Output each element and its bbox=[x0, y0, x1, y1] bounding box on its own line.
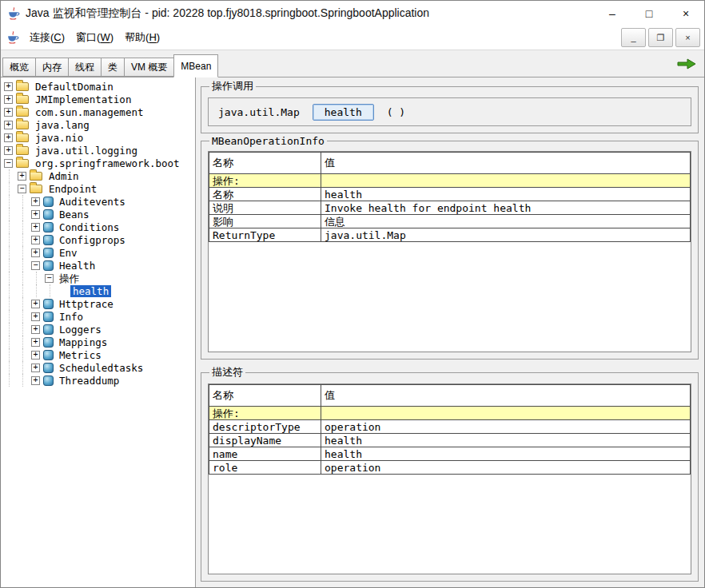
tree-node-scheduledtasks[interactable]: +Scheduledtasks bbox=[2, 361, 195, 374]
column-header[interactable]: 值 bbox=[321, 153, 691, 174]
tree-indent-guide bbox=[16, 361, 30, 374]
expand-icon[interactable]: + bbox=[4, 146, 13, 155]
close-button[interactable]: × bbox=[667, 1, 704, 26]
tree-node-health-operation[interactable]: health bbox=[2, 284, 195, 297]
tree-node-loggers[interactable]: +Loggers bbox=[2, 323, 195, 336]
tree-node-org-springframework-boot[interactable]: −org.springframework.boot bbox=[2, 157, 195, 169]
menu-connection[interactable]: 连接(C) bbox=[24, 27, 70, 48]
cell-value: health bbox=[321, 188, 691, 201]
tree-node-label: Metrics bbox=[57, 349, 104, 361]
tree-node-label: java.lang bbox=[33, 119, 92, 131]
tree-indent-guide bbox=[2, 374, 16, 387]
tree-node-auditevents[interactable]: +Auditevents bbox=[2, 195, 195, 208]
expand-icon[interactable]: + bbox=[18, 172, 26, 181]
tree-node-env[interactable]: +Env bbox=[2, 246, 195, 259]
expand-icon[interactable]: + bbox=[31, 197, 40, 206]
tree-indent-guide bbox=[2, 323, 16, 336]
frame-close-button[interactable]: × bbox=[675, 28, 700, 47]
expand-icon[interactable]: + bbox=[31, 210, 40, 219]
tree-node-admin[interactable]: +Admin bbox=[2, 169, 195, 182]
table-row[interactable]: 影响信息 bbox=[209, 215, 691, 228]
expand-icon[interactable]: + bbox=[4, 121, 13, 129]
table-row[interactable]: roleoperation bbox=[209, 461, 691, 475]
column-header[interactable]: 值 bbox=[321, 385, 691, 407]
tree-node-jmimplementation[interactable]: +JMImplementation bbox=[2, 93, 195, 105]
table-row[interactable]: descriptorTypeoperation bbox=[209, 420, 691, 434]
expand-icon[interactable]: + bbox=[31, 223, 40, 232]
tab-classes[interactable]: 类 bbox=[101, 58, 125, 77]
expand-icon[interactable]: + bbox=[31, 351, 40, 360]
frame-minimize-button[interactable]: _ bbox=[621, 28, 646, 47]
expand-icon[interactable]: + bbox=[4, 133, 13, 142]
window-title: Java 监视和管理控制台 - pid: 20228 top.fjy8018.s… bbox=[26, 6, 429, 21]
tree-node-health[interactable]: −Health bbox=[2, 259, 195, 272]
expand-icon[interactable]: + bbox=[31, 300, 40, 308]
cell-name: role bbox=[209, 461, 321, 475]
tree-node-configprops[interactable]: +Configprops bbox=[2, 233, 195, 246]
tree-node-java-util-logging[interactable]: +java.util.logging bbox=[2, 144, 195, 157]
operation-invoke-section: 操作调用 java.util.Map health ( ) bbox=[201, 79, 699, 133]
expand-icon[interactable]: + bbox=[31, 236, 40, 244]
group-row[interactable]: 操作: bbox=[209, 407, 691, 420]
tab-mbean[interactable]: MBean bbox=[173, 54, 218, 77]
table-row[interactable]: ReturnTypejava.util.Map bbox=[209, 228, 691, 242]
tree-node-label: Loggers bbox=[57, 324, 104, 336]
tree-node-java-nio[interactable]: +java.nio bbox=[2, 131, 195, 144]
expand-icon[interactable]: + bbox=[31, 325, 40, 334]
mbean-tree: +DefaultDomain+JMImplementation+com.sun.… bbox=[1, 77, 196, 587]
tab-threads[interactable]: 线程 bbox=[68, 58, 102, 77]
expand-icon[interactable]: + bbox=[31, 248, 40, 257]
tree-indent-guide bbox=[2, 310, 16, 323]
table-row[interactable]: 说明Invoke health for endpoint health bbox=[209, 201, 691, 215]
folder-icon bbox=[30, 172, 42, 181]
tree-indent-guide bbox=[16, 208, 30, 220]
tree-indent-guide bbox=[2, 348, 16, 361]
tree-node-label: org.springframework.boot bbox=[33, 157, 182, 169]
invoke-health-button[interactable]: health bbox=[313, 104, 374, 121]
tab-vm-summary[interactable]: VM 概要 bbox=[124, 58, 174, 77]
tree-node-default-domain[interactable]: +DefaultDomain bbox=[2, 80, 195, 93]
group-cell-empty bbox=[321, 407, 691, 420]
tree-node-com-sun-management[interactable]: +com.sun.management bbox=[2, 105, 195, 118]
tree-node-conditions[interactable]: +Conditions bbox=[2, 220, 195, 233]
expand-icon[interactable]: + bbox=[4, 82, 13, 91]
collapse-icon[interactable]: − bbox=[31, 261, 40, 270]
tree-node-endpoint[interactable]: −Endpoint bbox=[2, 182, 195, 195]
cell-value: java.util.Map bbox=[321, 228, 691, 242]
tab-overview[interactable]: 概览 bbox=[2, 58, 36, 77]
expand-icon[interactable]: + bbox=[31, 312, 40, 321]
menu-window[interactable]: 窗口(W) bbox=[70, 27, 119, 48]
tree-node-threaddump[interactable]: +Threaddump bbox=[2, 374, 195, 387]
collapse-icon[interactable]: − bbox=[4, 159, 13, 168]
collapse-icon[interactable]: − bbox=[18, 185, 26, 193]
maximize-button[interactable]: □ bbox=[631, 1, 667, 26]
expand-icon[interactable]: + bbox=[31, 376, 40, 385]
table-row[interactable]: namehealth bbox=[209, 447, 691, 461]
table-row[interactable]: displayNamehealth bbox=[209, 434, 691, 447]
expand-icon[interactable]: + bbox=[31, 338, 40, 347]
frame-restore-button[interactable]: ❐ bbox=[648, 28, 673, 47]
tree-node-info[interactable]: +Info bbox=[2, 310, 195, 323]
table-row[interactable]: 名称health bbox=[209, 188, 691, 201]
column-header[interactable]: 名称 bbox=[209, 153, 321, 174]
tree-node-label: Auditevents bbox=[57, 196, 128, 208]
tree-node-mappings[interactable]: +Mappings bbox=[2, 336, 195, 348]
menu-help[interactable]: 帮助(H) bbox=[119, 27, 165, 48]
expand-icon[interactable]: + bbox=[4, 95, 13, 104]
collapse-icon[interactable]: − bbox=[45, 274, 54, 283]
tree-indent-guide bbox=[16, 374, 30, 387]
expand-icon[interactable]: + bbox=[31, 364, 40, 372]
minimize-button[interactable]: – bbox=[594, 1, 631, 26]
tree-node-operations[interactable]: −操作 bbox=[2, 272, 195, 284]
tree-node-beans[interactable]: +Beans bbox=[2, 208, 195, 220]
column-header[interactable]: 名称 bbox=[209, 385, 321, 407]
group-row[interactable]: 操作: bbox=[209, 174, 691, 188]
tree-indent-guide bbox=[16, 220, 30, 233]
expand-icon[interactable]: + bbox=[4, 108, 13, 117]
tab-memory[interactable]: 内存 bbox=[35, 58, 69, 77]
tree-node-label: Mappings bbox=[57, 336, 110, 348]
tree-node-httptrace[interactable]: +Httptrace bbox=[2, 297, 195, 310]
group-cell-empty bbox=[321, 174, 691, 188]
tree-node-java-lang[interactable]: +java.lang bbox=[2, 118, 195, 131]
tree-node-metrics[interactable]: +Metrics bbox=[2, 348, 195, 361]
